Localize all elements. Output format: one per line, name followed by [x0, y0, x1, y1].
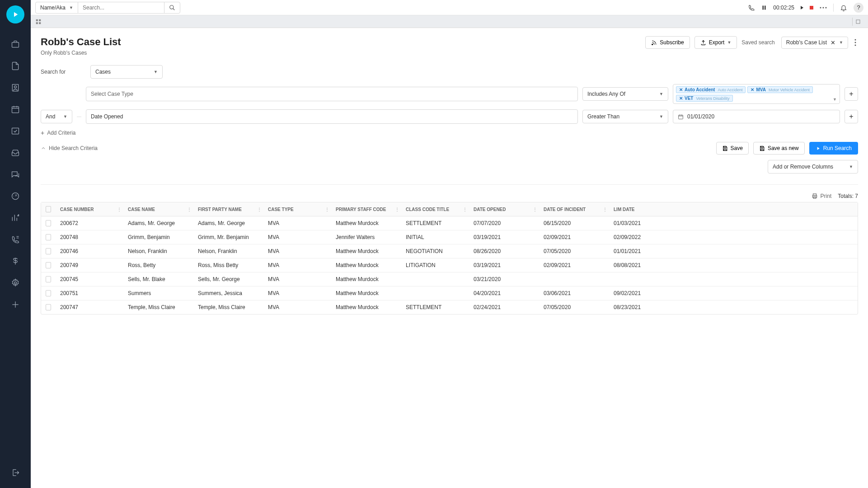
criteria-field-select[interactable]: Date Opened — [86, 109, 578, 124]
table-row[interactable]: 200746Nelson, FranklinNelson, FranklinMV… — [41, 244, 858, 258]
svg-point-7 — [170, 5, 174, 9]
hide-criteria-toggle[interactable]: Hide Search Criteria — [41, 145, 98, 151]
svg-point-2 — [14, 86, 17, 88]
cell-date-incident — [539, 272, 609, 286]
remove-tag-icon[interactable]: ✕ — [679, 87, 683, 92]
save-button[interactable]: Save — [716, 142, 749, 155]
columns-select[interactable]: Add or Remove Columns ▼ — [768, 160, 858, 174]
print-icon — [812, 193, 818, 199]
column-menu-icon[interactable]: ⋮ — [117, 207, 122, 212]
money-icon[interactable] — [9, 255, 22, 267]
settings-gear-icon[interactable] — [9, 277, 22, 289]
row-checkbox[interactable] — [46, 290, 51, 296]
export-button[interactable]: Export ▼ — [694, 36, 737, 49]
filter-tag[interactable]: ✕MVAMotor Vehicle Accident — [747, 86, 813, 93]
calendar-icon[interactable] — [9, 103, 22, 116]
remove-tag-icon[interactable]: ✕ — [679, 96, 683, 101]
add-criteria-row-button[interactable]: + — [845, 110, 858, 123]
criteria-operator-select[interactable]: Includes Any Of ▼ — [582, 87, 668, 101]
apps-grid-icon[interactable] — [35, 19, 42, 25]
dashboard-gauge-icon[interactable] — [9, 190, 22, 202]
table-row[interactable]: 200745Sells, Mr. BlakeSells, Mr. GeorgeM… — [41, 272, 858, 286]
calendar-icon — [678, 114, 684, 120]
cell-date-opened: 07/07/2020 — [469, 216, 539, 230]
row-checkbox[interactable] — [46, 220, 51, 226]
svg-rect-15 — [36, 22, 38, 24]
cell-case-name: Ross, Betty — [123, 258, 193, 272]
search-button[interactable] — [164, 2, 180, 14]
more-dots-icon[interactable] — [820, 7, 827, 9]
criteria-operator-select[interactable]: Greater Than ▼ — [582, 110, 668, 123]
inbox-icon[interactable] — [9, 146, 22, 159]
select-all-checkbox[interactable] — [46, 206, 51, 212]
table-row[interactable]: 200749Ross, BettyRoss, Miss BettyMVAMatt… — [41, 258, 858, 272]
column-header[interactable]: CASE NUMBER⋮ — [56, 202, 123, 216]
notification-bell-icon[interactable] — [840, 4, 847, 11]
filter-tag[interactable]: ✕Auto AccidentAuto Accident — [676, 86, 746, 93]
cell-date-opened: 03/19/2021 — [469, 258, 539, 272]
help-icon[interactable]: ? — [854, 3, 863, 13]
document-icon[interactable] — [9, 60, 22, 72]
remove-tag-icon[interactable]: ✕ — [751, 87, 754, 92]
search-for-select[interactable]: Cases ▼ — [90, 65, 163, 79]
svg-rect-4 — [12, 128, 19, 134]
column-menu-icon[interactable]: ⋮ — [603, 207, 607, 212]
cell-class-code: INITIAL — [401, 230, 469, 244]
subscribe-button[interactable]: Subscribe — [645, 36, 690, 49]
contact-icon[interactable] — [9, 81, 22, 94]
column-header[interactable]: DATE OPENED⋮ — [469, 202, 539, 216]
column-header[interactable]: CASE TYPE⋮ — [263, 202, 331, 216]
table-row[interactable]: 200748Grimm, BenjaminGrimm, Mr. Benjamin… — [41, 230, 858, 244]
phone-icon[interactable] — [748, 4, 755, 11]
add-criteria-row-button[interactable]: + — [845, 87, 858, 101]
join-operator-select[interactable]: And ▼ — [41, 110, 72, 123]
saved-search-selector[interactable]: Robb's Case List ✕ ▼ — [781, 37, 848, 49]
play-icon[interactable] — [801, 6, 803, 9]
add-plus-icon[interactable] — [9, 298, 22, 311]
table-row[interactable]: 200672Adams, Mr. GeorgeAdams, Mr. George… — [41, 216, 858, 230]
add-criteria-link[interactable]: + Add Criteria — [41, 129, 858, 136]
row-checkbox[interactable] — [46, 234, 51, 240]
close-x-icon[interactable]: ✕ — [830, 39, 835, 46]
column-menu-icon[interactable]: ⋮ — [533, 207, 537, 212]
column-menu-icon[interactable]: ⋮ — [325, 207, 329, 212]
global-search-input[interactable] — [78, 2, 164, 14]
column-header[interactable]: FIRST PARTY NAME⋮ — [193, 202, 263, 216]
run-search-button[interactable]: Run Search — [809, 142, 858, 155]
column-menu-icon[interactable]: ⋮ — [463, 207, 467, 212]
row-checkbox[interactable] — [46, 262, 51, 268]
save-as-new-button[interactable]: Save as new — [753, 142, 805, 155]
search-type-dropdown[interactable]: Name/Aka ▼ — [35, 2, 78, 14]
column-menu-icon[interactable]: ⋮ — [395, 207, 399, 212]
table-row[interactable]: 200747Temple, Miss ClaireTemple, Miss Cl… — [41, 300, 858, 314]
table-row[interactable]: 200751SummersSummers, JessicaMVAMatthew … — [41, 286, 858, 300]
column-header[interactable]: PRIMARY STAFF CODE⋮ — [331, 202, 401, 216]
briefcase-icon[interactable] — [9, 38, 22, 51]
row-checkbox[interactable] — [46, 304, 51, 310]
criteria-value-tags[interactable]: ✕Auto AccidentAuto Accident✕MVAMotor Veh… — [673, 84, 840, 104]
app-logo[interactable] — [6, 5, 24, 23]
stop-record-icon[interactable] — [810, 6, 813, 9]
print-button[interactable]: Print — [812, 193, 832, 199]
cell-first-party: Sells, Mr. George — [193, 272, 263, 286]
criteria-field-select[interactable]: Select Case Type — [86, 87, 578, 101]
column-header[interactable]: DATE OF INCIDENT⋮ — [539, 202, 609, 216]
row-checkbox[interactable] — [46, 248, 51, 254]
pause-icon[interactable] — [761, 5, 767, 10]
column-header[interactable]: LIM DATE — [609, 202, 663, 216]
filter-tag[interactable]: ✕VETVeterans Disability — [676, 95, 733, 102]
logout-icon[interactable] — [9, 466, 22, 479]
phone-list-icon[interactable] — [9, 233, 22, 246]
column-header[interactable]: CLASS CODE TITLE⋮ — [401, 202, 469, 216]
analytics-chart-icon[interactable] — [9, 211, 22, 224]
cell-class-code — [401, 286, 469, 300]
criteria-date-input[interactable]: 01/01/2020 — [673, 110, 840, 123]
column-menu-icon[interactable]: ⋮ — [187, 207, 192, 212]
maximize-icon[interactable] — [852, 18, 863, 26]
column-menu-icon[interactable]: ⋮ — [257, 207, 262, 212]
chat-icon[interactable] — [9, 168, 22, 181]
task-check-icon[interactable] — [9, 125, 22, 137]
more-actions-kebab[interactable] — [853, 37, 858, 48]
row-checkbox[interactable] — [46, 276, 51, 282]
column-header[interactable]: CASE NAME⋮ — [123, 202, 193, 216]
